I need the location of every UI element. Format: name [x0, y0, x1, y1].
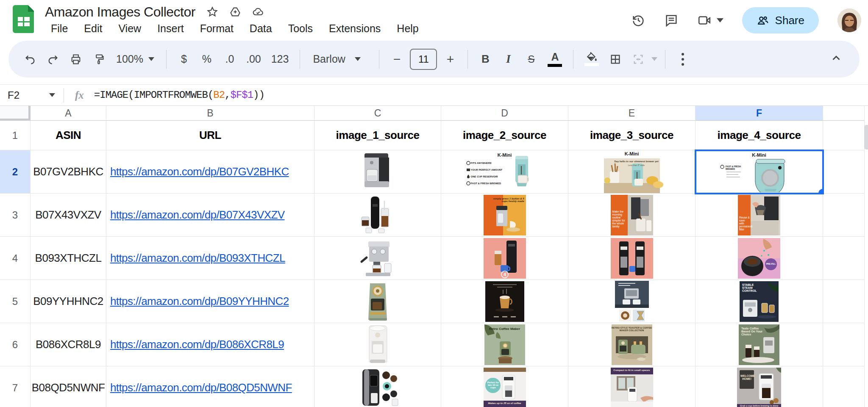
paint-format-button[interactable]	[89, 48, 108, 71]
text-color-button[interactable]: A	[544, 48, 565, 71]
cell-d5[interactable]	[441, 280, 568, 323]
cell-d1[interactable]: image_2_source	[441, 121, 568, 150]
cell-d4[interactable]: 4	[441, 237, 568, 280]
column-header-d[interactable]: D	[441, 106, 568, 121]
cell-c3[interactable]	[314, 194, 441, 237]
hide-menus-chevron[interactable]	[830, 52, 843, 66]
url-link[interactable]: https://amazon.com/dp/B09YYHHNC2	[110, 295, 289, 308]
cell-b2[interactable]: https://amazon.com/dp/B07GV2BHKC	[106, 150, 314, 194]
font-size-input[interactable]: 11	[410, 49, 437, 70]
menu-format[interactable]: Format	[194, 21, 239, 36]
menu-tools[interactable]: Tools	[282, 21, 319, 36]
cell-f1[interactable]: image_4_source	[696, 121, 823, 150]
column-header-e[interactable]: E	[568, 106, 696, 121]
increase-font-size-button[interactable]: +	[440, 48, 460, 71]
vertical-scrollbar-thumb[interactable]	[864, 125, 868, 150]
menu-view[interactable]: View	[112, 21, 147, 36]
cell-d3[interactable]: simply press 1 button & 5 cups freshly m…	[441, 194, 568, 237]
row-header-3[interactable]: 3	[0, 194, 31, 237]
column-header-b[interactable]: B	[106, 106, 314, 121]
cell-g2[interactable]	[823, 150, 865, 194]
row-header-1[interactable]: 1	[0, 121, 31, 150]
cell-a2[interactable]: B07GV2BHKC	[31, 150, 106, 194]
merge-options-caret[interactable]	[651, 57, 657, 61]
cell-g5[interactable]	[823, 280, 865, 323]
cell-a1[interactable]: ASIN	[31, 121, 106, 150]
cell-f3[interactable]: Reuse & save with permanent filter	[696, 194, 823, 237]
cloud-saved-icon[interactable]	[252, 6, 264, 18]
bold-button[interactable]: B	[476, 48, 495, 71]
url-link[interactable]: https://amazon.com/dp/B093XTHCZL	[110, 252, 285, 265]
cell-b6[interactable]: https://amazon.com/dp/B086XCR8L9	[106, 323, 314, 366]
meet-join-control[interactable]	[697, 13, 723, 28]
document-title[interactable]: Amazon Images Collector	[45, 4, 195, 20]
url-link[interactable]: https://amazon.com/dp/B07GV2BHKC	[110, 165, 289, 178]
cell-e2[interactable]: K-Mini Say hello to our slimmest brewer …	[568, 150, 696, 194]
decrease-font-size-button[interactable]: −	[387, 48, 406, 71]
fill-handle[interactable]	[818, 189, 823, 194]
url-link[interactable]: https://amazon.com/dp/B07X43VXZV	[110, 208, 284, 221]
font-select[interactable]: Barlow	[308, 53, 371, 65]
cell-a7[interactable]: B08QD5NWNF	[31, 366, 106, 407]
star-icon[interactable]	[206, 6, 218, 18]
cell-f7[interactable]: WELCOME HOME! Grab a cup before brewing …	[696, 366, 823, 407]
cell-b7[interactable]: https://amazon.com/dp/B08QD5NWNF	[106, 366, 314, 407]
cell-a6[interactable]: B086XCR8L9	[31, 323, 106, 366]
cell-a3[interactable]: B07X43VXZV	[31, 194, 106, 237]
cell-a5[interactable]: B09YYHHNC2	[31, 280, 106, 323]
cell-f4[interactable]: PRE-FILL	[696, 237, 823, 280]
italic-button[interactable]: I	[498, 48, 518, 71]
url-link[interactable]: https://amazon.com/dp/B08QD5NWNF	[110, 381, 292, 394]
menu-file[interactable]: File	[45, 21, 74, 36]
menu-insert[interactable]: Insert	[151, 21, 190, 36]
row-header-2[interactable]: 2	[0, 150, 31, 194]
cell-c5[interactable]	[314, 280, 441, 323]
cell-d7[interactable]: Perfect for two 12-oz cups Makes up to 2…	[441, 366, 568, 407]
account-avatar[interactable]	[837, 8, 861, 32]
cell-c4[interactable]	[314, 237, 441, 280]
menu-help[interactable]: Help	[391, 21, 424, 36]
name-box[interactable]: F2	[0, 89, 64, 101]
menu-extensions[interactable]: Extensions	[323, 21, 387, 36]
share-button[interactable]: Share	[742, 7, 819, 33]
select-all-corner[interactable]	[0, 106, 31, 121]
column-header-g[interactable]	[823, 106, 865, 121]
cell-e6[interactable]: RETRO STYLE TOASTER & COFFEE MAKER COLLE…	[568, 323, 696, 366]
increase-decimals-button[interactable]: .00	[243, 48, 264, 71]
print-button[interactable]	[66, 48, 86, 71]
cell-g6[interactable]	[823, 323, 865, 366]
undo-button[interactable]	[20, 48, 40, 71]
strikethrough-button[interactable]: S	[521, 48, 541, 71]
cell-e4[interactable]	[568, 237, 696, 280]
row-header-4[interactable]: 4	[0, 237, 31, 280]
cell-a4[interactable]: B093XTHCZL	[31, 237, 106, 280]
version-history-icon[interactable]	[631, 13, 645, 28]
cell-b1[interactable]: URL	[106, 121, 314, 150]
cell-d2[interactable]: K-Mini FITS ANYWHERE YOUR PERFECT AMOUNT…	[441, 150, 568, 194]
redo-button[interactable]	[43, 48, 63, 71]
cell-f6[interactable]: Taste Coffee Based On Your Choice	[696, 323, 823, 366]
borders-button[interactable]	[606, 48, 625, 71]
fill-color-button[interactable]	[581, 48, 602, 71]
cell-e7[interactable]: Compact to fit in small spaces	[568, 366, 696, 407]
row-header-6[interactable]: 6	[0, 323, 31, 366]
cell-c6[interactable]	[314, 323, 441, 366]
cell-b5[interactable]: https://amazon.com/dp/B09YYHHNC2	[106, 280, 314, 323]
menu-data[interactable]: Data	[244, 21, 278, 36]
menu-edit[interactable]: Edit	[78, 21, 108, 36]
cell-b3[interactable]: https://amazon.com/dp/B07X43VXZV	[106, 194, 314, 237]
cell-e3[interactable]: Make the morning routine simpler for the…	[568, 194, 696, 237]
cell-g3[interactable]	[823, 194, 865, 237]
cell-e1[interactable]: image_3_source	[568, 121, 696, 150]
format-currency-button[interactable]: $	[174, 48, 194, 71]
cell-c1[interactable]: image_1_source	[314, 121, 441, 150]
decrease-decimals-button[interactable]: .0	[220, 48, 239, 71]
zoom-select[interactable]: 100%	[112, 53, 159, 65]
cell-g1[interactable]	[823, 121, 865, 150]
add-shortcut-icon[interactable]	[229, 6, 241, 18]
format-percent-button[interactable]: %	[197, 48, 217, 71]
cell-f5[interactable]: STABLE STEAM CONTROL	[696, 280, 823, 323]
cell-g4[interactable]	[823, 237, 865, 280]
cell-e5[interactable]	[568, 280, 696, 323]
cell-f2-selected[interactable]: K-Mini FAST & FRESH BREWED	[696, 150, 823, 194]
